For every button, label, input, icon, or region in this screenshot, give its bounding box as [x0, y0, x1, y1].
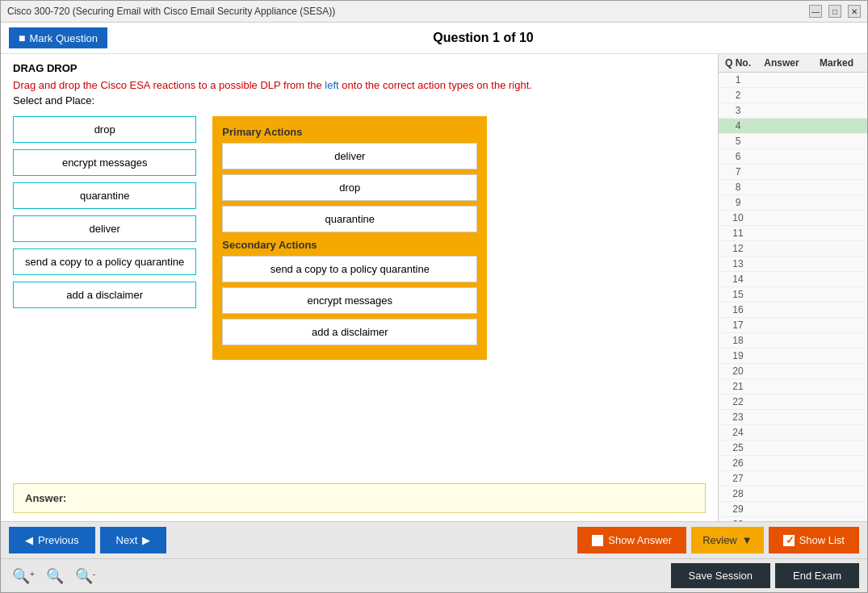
sidebar-header: Q No. Answer Marked [719, 54, 867, 73]
show-answer-label: Show Answer [608, 534, 672, 546]
title-bar: Cisco 300-720 (Securing Email with Cisco… [1, 1, 867, 23]
table-row[interactable]: 17 [719, 318, 867, 333]
question-title: Question 1 of 10 [107, 31, 859, 45]
table-row[interactable]: 25 [719, 441, 867, 456]
zoom-normal-icon: 🔍 [46, 568, 64, 584]
next-label: Next [116, 534, 138, 546]
table-row[interactable]: 23 [719, 410, 867, 425]
table-row[interactable]: 21 [719, 379, 867, 395]
drop-zone-deliver[interactable]: deliver [222, 143, 477, 169]
question-text-highlighted: left [325, 79, 338, 91]
table-row[interactable]: 29 [719, 502, 867, 517]
table-row[interactable]: 1 [719, 73, 867, 88]
zoom-in-icon: 🔍 [12, 568, 30, 584]
toolbar: ■ Mark Question Question 1 of 10 [1, 23, 867, 54]
bottom-bar2: 🔍+ 🔍 🔍- Save Session End Exam [1, 558, 867, 592]
drop-zone-drop[interactable]: drop [222, 174, 477, 201]
table-row[interactable]: 20 [719, 364, 867, 379]
minimize-button[interactable]: — [809, 5, 822, 18]
sidebar-scroll[interactable]: 1 2 3 4 5 6 7 8 9 10 11 12 13 14 15 16 1… [719, 73, 867, 521]
sidebar-col-q: Q No. [722, 57, 754, 69]
table-row[interactable]: 11 [719, 226, 867, 241]
table-row[interactable]: 24 [719, 425, 867, 441]
zoom-in-button[interactable]: 🔍+ [9, 566, 38, 587]
drop-zone-disclaimer[interactable]: add a disclaimer [222, 319, 477, 345]
previous-label: Previous [38, 534, 79, 546]
table-row[interactable]: 7 [719, 165, 867, 180]
review-label: Review [702, 534, 737, 546]
show-list-button[interactable]: Show List [769, 527, 859, 553]
show-list-checkbox-icon [783, 535, 795, 546]
question-type: DRAG DROP [13, 62, 706, 74]
answer-label: Answer: [25, 492, 66, 504]
answer-section: Answer: [13, 483, 706, 513]
table-row[interactable]: 26 [719, 456, 867, 471]
table-row[interactable]: 5 [719, 134, 867, 149]
table-row[interactable]: 3 [719, 103, 867, 119]
table-row[interactable]: 8 [719, 180, 867, 195]
table-row[interactable]: 18 [719, 333, 867, 349]
zoom-out-button[interactable]: 🔍- [72, 566, 99, 587]
mark-question-button[interactable]: ■ Mark Question [9, 27, 107, 48]
list-item[interactable]: deliver [13, 215, 196, 242]
previous-button[interactable]: ◀ Previous [9, 527, 95, 553]
sidebar-col-answer: Answer [754, 57, 809, 69]
list-item[interactable]: drop [13, 116, 196, 143]
question-area: DRAG DROP Drag and drop the Cisco ESA re… [1, 54, 718, 521]
question-text-part2: onto the correct action types on the rig… [339, 79, 532, 91]
close-button[interactable]: ✕ [848, 5, 861, 18]
drop-zone-copy[interactable]: send a copy to a policy quarantine [222, 256, 477, 282]
main-window: Cisco 300-720 (Securing Email with Cisco… [0, 0, 868, 593]
drop-zone-quarantine[interactable]: quarantine [222, 206, 477, 232]
next-arrow-icon: ▶ [142, 534, 150, 546]
list-item[interactable]: add a disclaimer [13, 282, 196, 308]
window-title: Cisco 300-720 (Securing Email with Cisco… [7, 6, 335, 17]
list-item[interactable]: quarantine [13, 182, 196, 209]
mark-question-label: Mark Question [29, 32, 98, 44]
table-row[interactable]: 13 [719, 257, 867, 272]
table-row[interactable]: 12 [719, 241, 867, 257]
prev-arrow-icon: ◀ [25, 534, 33, 546]
sidebar-col-marked: Marked [809, 57, 864, 69]
show-list-label: Show List [799, 534, 845, 546]
list-item[interactable]: encrypt messages [13, 149, 196, 176]
table-row[interactable]: 2 [719, 88, 867, 103]
primary-actions-label: Primary Actions [222, 126, 477, 138]
table-row[interactable]: 19 [719, 349, 867, 364]
question-text-part1: Drag and drop the Cisco ESA reactions to… [13, 79, 325, 91]
right-panel: Primary Actions deliver drop quarantine … [212, 116, 487, 360]
main-area: DRAG DROP Drag and drop the Cisco ESA re… [1, 54, 867, 521]
save-session-button[interactable]: Save Session [671, 563, 771, 588]
sidebar: Q No. Answer Marked 1 2 3 4 5 6 7 8 9 10… [718, 54, 867, 521]
table-row[interactable]: 10 [719, 211, 867, 226]
maximize-button[interactable]: □ [828, 5, 841, 18]
drop-zone-encrypt[interactable]: encrypt messages [222, 287, 477, 314]
table-row[interactable]: 16 [719, 303, 867, 318]
left-options: drop encrypt messages quarantine deliver… [13, 116, 196, 360]
end-exam-button[interactable]: End Exam [775, 563, 859, 588]
bookmark-icon: ■ [19, 31, 25, 44]
list-item[interactable]: send a copy to a policy quarantine [13, 248, 196, 275]
table-row[interactable]: 15 [719, 287, 867, 303]
table-row[interactable]: 22 [719, 395, 867, 410]
table-row[interactable]: 9 [719, 195, 867, 211]
table-row[interactable]: 14 [719, 272, 867, 287]
title-bar-controls: — □ ✕ [809, 5, 861, 18]
table-row[interactable]: 6 [719, 149, 867, 165]
show-answer-button[interactable]: Show Answer [577, 527, 686, 553]
end-exam-label: End Exam [793, 570, 841, 582]
next-button[interactable]: Next ▶ [100, 527, 167, 553]
question-text: Drag and drop the Cisco ESA reactions to… [13, 79, 706, 91]
table-row[interactable]: 28 [719, 487, 867, 502]
drag-drop-area: drop encrypt messages quarantine deliver… [13, 116, 706, 360]
review-arrow-icon: ▼ [742, 534, 753, 546]
save-session-label: Save Session [689, 570, 753, 582]
bottom-bar: ◀ Previous Next ▶ Show Answer Review ▼ S… [1, 521, 867, 558]
select-place: Select and Place: [13, 94, 706, 106]
table-row[interactable]: 27 [719, 471, 867, 487]
show-answer-checkbox-icon [592, 535, 603, 546]
zoom-normal-button[interactable]: 🔍 [43, 566, 67, 587]
secondary-actions-label: Secondary Actions [222, 239, 477, 251]
table-row[interactable]: 4 [719, 119, 867, 134]
review-button[interactable]: Review ▼ [691, 527, 764, 553]
